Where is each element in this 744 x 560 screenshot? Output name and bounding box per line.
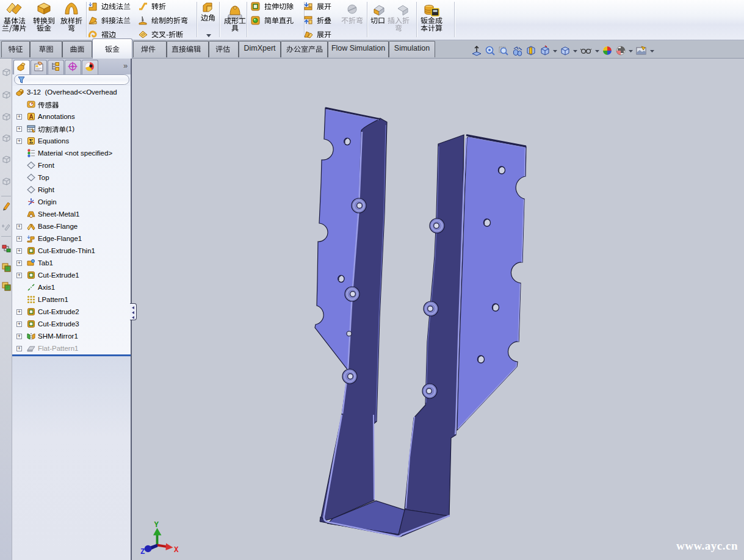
svg-text:Σ: Σ (29, 138, 34, 145)
svg-text:A: A (29, 113, 33, 120)
svg-text:Z: Z (140, 548, 145, 556)
svg-text:X: X (174, 546, 179, 555)
svg-text:Y: Y (154, 521, 159, 529)
